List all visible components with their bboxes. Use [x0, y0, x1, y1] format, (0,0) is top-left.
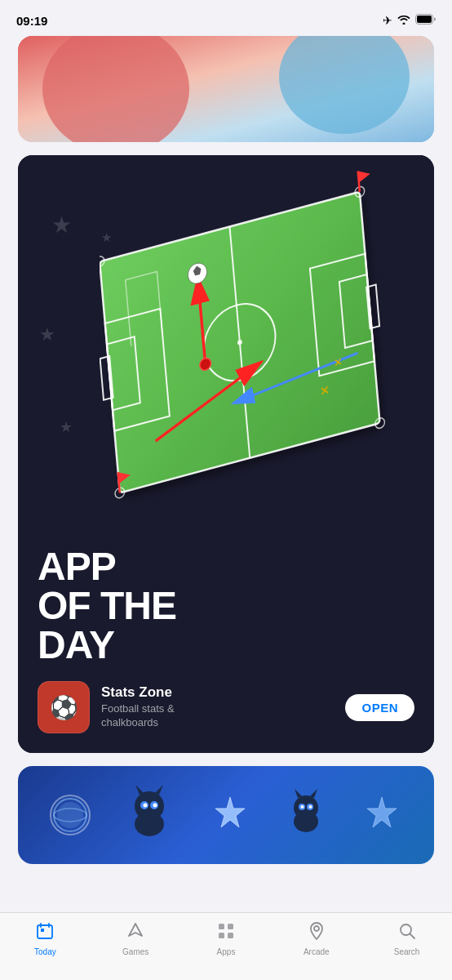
aotd-card[interactable]: ★ ★ ★ ★	[18, 155, 434, 753]
tab-search[interactable]: Search	[361, 920, 452, 956]
svg-point-3	[42, 36, 189, 142]
tab-games[interactable]: Games	[91, 920, 181, 956]
svg-rect-68	[228, 933, 233, 938]
scroll-content: ★ ★ ★ ★	[0, 36, 452, 912]
aotd-text-section: APP OF THE DAY ⚽ Stats Zone Football sta…	[18, 531, 434, 753]
top-card-image	[18, 36, 434, 142]
tab-today-label: Today	[34, 947, 56, 956]
aotd-image-section: ★ ★ ★ ★	[18, 155, 434, 531]
tab-arcade-label: Arcade	[304, 947, 330, 956]
star-figure-1	[210, 793, 250, 837]
svg-marker-46	[155, 785, 163, 795]
status-time: 09:19	[16, 14, 47, 28]
battery-icon	[415, 13, 436, 28]
games-icon	[126, 921, 145, 944]
svg-marker-55	[310, 789, 317, 798]
tab-search-label: Search	[394, 947, 420, 956]
svg-line-71	[410, 934, 414, 939]
airplane-icon: ✈	[383, 14, 392, 27]
status-bar: 09:19 ✈	[0, 0, 452, 36]
tab-apps[interactable]: Apps	[181, 920, 272, 956]
planet-figure	[50, 795, 91, 835]
app-subtitle: Football stats &chalkboards	[101, 702, 334, 730]
status-icons: ✈	[383, 13, 436, 28]
svg-point-58	[300, 805, 304, 808]
svg-rect-65	[219, 924, 224, 929]
monster-figure-2	[288, 787, 325, 844]
svg-marker-23	[358, 168, 371, 183]
star-figure-2	[361, 793, 402, 837]
open-button[interactable]: OPEN	[345, 694, 414, 721]
tab-apps-label: Apps	[217, 947, 236, 956]
tab-today[interactable]: Today	[0, 920, 91, 956]
svg-point-69	[314, 926, 319, 931]
apps-icon	[216, 921, 236, 944]
search-icon	[397, 921, 417, 944]
arcade-icon	[307, 921, 326, 944]
wifi-icon	[397, 13, 410, 28]
svg-point-59	[308, 805, 312, 808]
monster-figure-1	[127, 783, 172, 848]
svg-rect-62	[41, 929, 44, 932]
svg-marker-54	[295, 789, 302, 798]
svg-point-42	[57, 802, 83, 828]
app-info: Stats Zone Football stats &chalkboards	[101, 684, 334, 730]
svg-point-53	[294, 795, 318, 820]
app-icon: ⚽	[38, 681, 90, 733]
svg-text:×: ×	[320, 381, 330, 400]
svg-marker-60	[367, 797, 397, 827]
top-featured-card[interactable]	[18, 36, 434, 142]
today-icon	[35, 921, 55, 944]
tab-bar: Today Games Apps Arcade	[0, 912, 452, 980]
svg-text:×: ×	[334, 354, 343, 370]
svg-rect-1	[417, 16, 432, 23]
svg-rect-66	[228, 924, 233, 929]
svg-marker-45	[135, 785, 144, 795]
svg-rect-61	[38, 925, 52, 938]
tab-arcade[interactable]: Arcade	[271, 920, 361, 956]
svg-point-50	[153, 803, 157, 807]
svg-point-44	[135, 791, 164, 821]
bottom-card-content	[18, 766, 434, 864]
aotd-app-row: ⚽ Stats Zone Football stats &chalkboards…	[38, 681, 414, 733]
svg-marker-51	[215, 797, 245, 827]
svg-point-49	[144, 803, 148, 807]
svg-rect-67	[219, 933, 224, 938]
bottom-featured-card[interactable]	[18, 766, 434, 864]
football-field: × ×	[100, 163, 434, 506]
aotd-title: APP OF THE DAY	[38, 547, 414, 665]
app-name: Stats Zone	[101, 684, 334, 701]
tab-games-label: Games	[122, 947, 148, 956]
